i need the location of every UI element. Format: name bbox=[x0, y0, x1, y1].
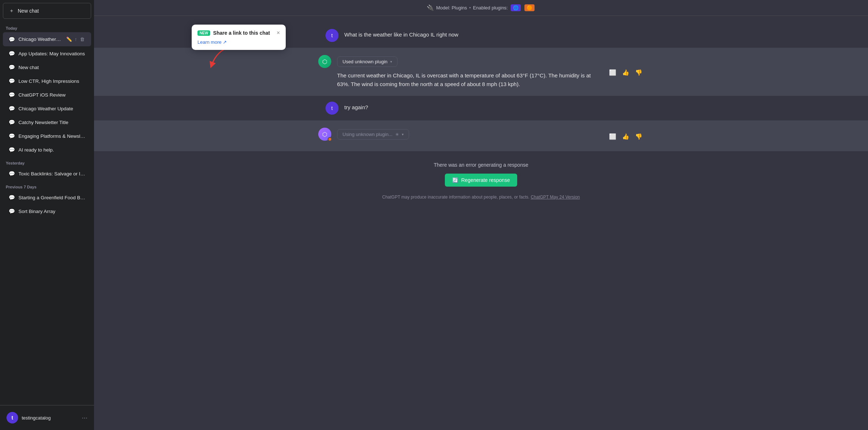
assistant-message-1: ⬡ Used unknown plugin ▾ The current weat… bbox=[94, 48, 868, 96]
share-popup: NEW Share a link to this chat × Learn mo… bbox=[192, 25, 286, 50]
plus-icon: ＋ bbox=[9, 8, 14, 14]
learn-more-link[interactable]: Learn more ↗ bbox=[197, 39, 227, 45]
chat-item-label: App Updates: May Innovations bbox=[18, 51, 85, 56]
chat-icon: 💬 bbox=[9, 133, 15, 139]
assistant-inner-2: ⬡ Using unknown plugin... ✳ ▾ ⬜ 👍 👎 bbox=[318, 128, 644, 144]
puzzle-icon: 🔌 bbox=[427, 4, 434, 11]
chat-item-label: Catchy Newsletter Title bbox=[18, 120, 85, 125]
regenerate-button[interactable]: 🔄 Regenerate response bbox=[445, 174, 517, 187]
user-menu-button[interactable]: ⋯ bbox=[82, 414, 88, 421]
plugin-loading-label: Using unknown plugin... bbox=[342, 132, 392, 137]
chat-icon: 💬 bbox=[9, 92, 15, 98]
sidebar-item-greenfield-food[interactable]: 💬 Starting a Greenfield Food Blo... bbox=[3, 191, 91, 204]
share-icon[interactable]: ↑ bbox=[74, 36, 78, 43]
sidebar-item-chicago-weather-update[interactable]: 💬 Chicago Weather Update bbox=[3, 102, 91, 115]
message-actions-1: ⬜ 👍 👎 bbox=[608, 55, 644, 89]
assistant-avatar-1: ⬡ bbox=[318, 55, 331, 68]
avatar: t bbox=[7, 412, 18, 423]
assistant-message-content-2: Using unknown plugin... ✳ ▾ bbox=[337, 128, 602, 144]
sidebar-item-catchy-newsletter[interactable]: 💬 Catchy Newsletter Title bbox=[3, 116, 91, 129]
sidebar-item-engaging-platforms[interactable]: 💬 Engaging Platforms & Newsle... bbox=[3, 129, 91, 142]
gpt-icon: ⬡ bbox=[322, 58, 327, 65]
user-avatar-2: t bbox=[326, 102, 339, 115]
chat-item-label: Starting a Greenfield Food Blo... bbox=[18, 195, 85, 200]
chat-item-label: AI ready to help. bbox=[18, 147, 85, 153]
close-share-popup-button[interactable]: × bbox=[277, 30, 280, 36]
sidebar-item-app-updates[interactable]: 💬 App Updates: May Innovations bbox=[3, 47, 91, 60]
thumbs-down-button[interactable]: 👎 bbox=[634, 56, 644, 89]
chat-icon: 💬 bbox=[9, 106, 15, 111]
chat-icon: 💬 bbox=[9, 171, 15, 176]
copy-button[interactable]: ⬜ bbox=[608, 56, 618, 89]
share-popup-header: NEW Share a link to this chat × bbox=[197, 30, 280, 36]
thumbs-up-button-2[interactable]: 👍 bbox=[621, 129, 631, 144]
chat-icon: 💬 bbox=[9, 147, 15, 153]
assistant-response-text: The current weather in Chicago, IL is ov… bbox=[337, 71, 602, 89]
chat-icon: 💬 bbox=[9, 78, 15, 84]
user-message-1: t What is the weather like in Chicago IL… bbox=[318, 23, 644, 48]
footer-version-link[interactable]: ChatGPT May 24 Version bbox=[531, 195, 580, 200]
chat-item-label: Chicago Weather Update bbox=[18, 106, 85, 111]
chat-item-label: Chicago Weather Up bbox=[18, 37, 62, 42]
regenerate-label: Regenerate response bbox=[461, 177, 510, 183]
share-title: Share a link to this chat bbox=[213, 30, 273, 36]
sidebar-item-sort-binary[interactable]: 💬 Sort Binary Array bbox=[3, 205, 91, 218]
new-chat-label: New chat bbox=[18, 8, 39, 14]
learn-more-text: Learn more bbox=[197, 39, 221, 45]
enabled-plugins-label: Enabled plugins: bbox=[473, 5, 508, 10]
sidebar-item-ai-ready[interactable]: 💬 AI ready to help. bbox=[3, 143, 91, 156]
plugin-badge-blue[interactable]: 🌐 bbox=[511, 4, 521, 11]
sidebar-item-chatgpt-ios[interactable]: 💬 ChatGPT iOS Review bbox=[3, 88, 91, 101]
assistant-message-2: ⬡ Using unknown plugin... ✳ ▾ ⬜ 👍 👎 bbox=[94, 120, 868, 151]
error-section: There was an error generating a response… bbox=[94, 151, 868, 190]
new-chat-button[interactable]: ＋ New chat bbox=[3, 3, 91, 19]
sidebar-footer: t testingcatalog ⋯ bbox=[0, 405, 94, 430]
sidebar: ＋ New chat Today 💬 Chicago Weather Up ✏️… bbox=[0, 0, 94, 430]
chevron-down-icon: ▾ bbox=[390, 60, 392, 64]
item-actions: ✏️ ↑ 🗑 bbox=[65, 36, 86, 43]
sidebar-item-toxic-backlinks[interactable]: 💬 Toxic Backlinks: Salvage or Im... bbox=[3, 167, 91, 180]
copy-button-2[interactable]: ⬜ bbox=[608, 129, 618, 144]
user-name: testingcatalog bbox=[22, 415, 78, 421]
notification-dot bbox=[328, 137, 332, 141]
user-message-text-2: try again? bbox=[344, 103, 637, 112]
sidebar-item-chicago-weather-up[interactable]: 💬 Chicago Weather Up ✏️ ↑ 🗑 bbox=[3, 32, 91, 46]
section-previous-7-days: Previous 7 Days bbox=[0, 180, 94, 191]
section-yesterday: Yesterday bbox=[0, 157, 94, 167]
chat-icon: 💬 bbox=[9, 195, 15, 200]
user-avatar-initial-2: t bbox=[331, 105, 333, 111]
user-message-content-1: What is the weather like in Chicago IL r… bbox=[344, 29, 637, 42]
chat-item-label: ChatGPT iOS Review bbox=[18, 92, 85, 98]
thumbs-up-button[interactable]: 👍 bbox=[621, 56, 631, 89]
chat-item-label: Engaging Platforms & Newsle... bbox=[18, 133, 85, 139]
thumbs-down-button-2[interactable]: 👎 bbox=[634, 129, 644, 144]
regenerate-icon: 🔄 bbox=[452, 177, 458, 183]
plugin-badge-orange[interactable]: 🟠 bbox=[524, 4, 535, 11]
edit-icon[interactable]: ✏️ bbox=[65, 36, 73, 43]
assistant-avatar-2: ⬡ bbox=[318, 128, 331, 141]
chat-icon: 💬 bbox=[9, 119, 15, 125]
main-content: NEW Share a link to this chat × Learn mo… bbox=[94, 0, 868, 430]
model-label: Model: Plugins bbox=[436, 5, 467, 10]
external-link-icon: ↗ bbox=[223, 39, 227, 45]
section-today: Today bbox=[0, 22, 94, 32]
plugin-loading-dropdown[interactable]: Using unknown plugin... ✳ ▾ bbox=[337, 129, 409, 140]
chat-item-label: Sort Binary Array bbox=[18, 209, 85, 214]
chat-icon: 💬 bbox=[9, 51, 15, 56]
message-actions-2: ⬜ 👍 👎 bbox=[608, 128, 644, 144]
separator-dot: • bbox=[469, 5, 471, 10]
sidebar-item-low-ctr[interactable]: 💬 Low CTR, High Impressions bbox=[3, 74, 91, 88]
chat-area: t What is the weather like in Chicago IL… bbox=[94, 16, 868, 430]
user-message-content-2: try again? bbox=[344, 102, 637, 115]
user-avatar: t bbox=[326, 29, 339, 42]
sidebar-item-new-chat[interactable]: 💬 New chat bbox=[3, 61, 91, 74]
chat-item-label: Low CTR, High Impressions bbox=[18, 78, 85, 84]
delete-icon[interactable]: 🗑 bbox=[79, 36, 85, 43]
plugin-used-dropdown[interactable]: Used unknown plugin ▾ bbox=[337, 56, 397, 67]
user-message-text-1: What is the weather like in Chicago IL r… bbox=[344, 30, 637, 39]
user-message-2: t try again? bbox=[318, 96, 644, 120]
assistant-inner-1: ⬡ Used unknown plugin ▾ The current weat… bbox=[318, 55, 644, 89]
user-profile[interactable]: t testingcatalog ⋯ bbox=[3, 408, 91, 427]
gpt-icon-2: ⬡ bbox=[322, 131, 327, 138]
assistant-message-content-1: Used unknown plugin ▾ The current weathe… bbox=[337, 55, 602, 89]
